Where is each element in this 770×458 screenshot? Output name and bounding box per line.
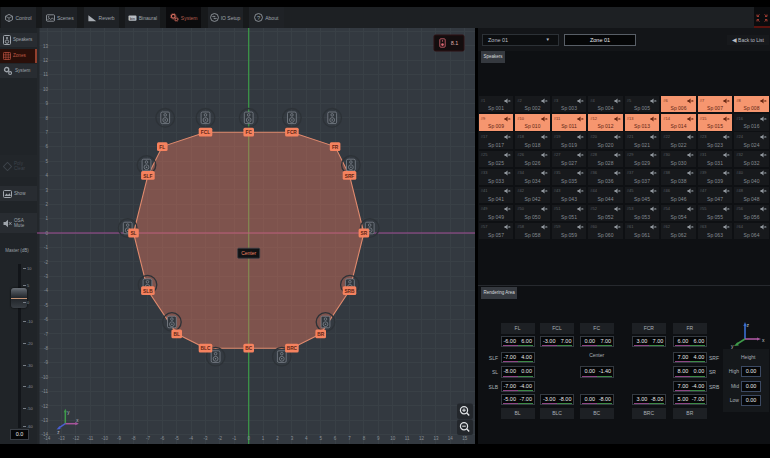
svg-text:-14: -14 — [44, 436, 51, 441]
svg-text:bin: bin — [130, 16, 135, 20]
svg-text:BR: BR — [317, 332, 324, 337]
svg-text:11: 11 — [405, 436, 410, 441]
svg-text:-4: -4 — [189, 436, 193, 441]
svg-text:-9: -9 — [44, 360, 48, 365]
svg-text:10: 10 — [390, 436, 396, 441]
svg-text:-3: -3 — [203, 436, 207, 441]
svg-text:SR: SR — [361, 231, 368, 236]
svg-text:-5: -5 — [44, 303, 48, 308]
svg-text:-2: -2 — [218, 436, 222, 441]
svg-text:-7: -7 — [44, 332, 48, 337]
svg-text:SRF: SRF — [345, 174, 355, 179]
svg-text:-9: -9 — [117, 436, 121, 441]
svg-text:15: 15 — [462, 436, 468, 441]
svg-text:SL: SL — [130, 231, 136, 236]
svg-text:11: 11 — [43, 72, 48, 77]
svg-text:-10: -10 — [101, 436, 108, 441]
svg-text:z: z — [747, 322, 750, 328]
svg-text:14: 14 — [448, 436, 454, 441]
svg-text:8.1: 8.1 — [451, 40, 459, 46]
svg-text:13: 13 — [43, 44, 49, 49]
svg-text:FCL: FCL — [201, 130, 210, 135]
svg-text:FL: FL — [159, 145, 165, 150]
svg-text:-11: -11 — [87, 436, 94, 441]
svg-text:12: 12 — [43, 58, 49, 63]
svg-text:BRC: BRC — [287, 346, 298, 351]
svg-text:-5: -5 — [175, 436, 179, 441]
svg-text:FCR: FCR — [287, 130, 297, 135]
svg-text:-6: -6 — [44, 317, 48, 322]
svg-text:FR: FR — [332, 145, 339, 150]
svg-text:-8: -8 — [131, 436, 135, 441]
svg-text:-1: -1 — [232, 436, 236, 441]
svg-text:-13: -13 — [58, 436, 65, 441]
svg-text:-8: -8 — [44, 346, 48, 351]
svg-text:-13: -13 — [41, 418, 48, 423]
svg-text:-11: -11 — [42, 389, 49, 394]
svg-text:-7: -7 — [146, 436, 150, 441]
svg-text:BL: BL — [173, 332, 179, 337]
svg-text:-12: -12 — [41, 404, 48, 409]
svg-text:?: ? — [257, 15, 260, 21]
svg-text:SLF: SLF — [143, 174, 152, 179]
svg-text:-12: -12 — [73, 436, 80, 441]
svg-text:Center: Center — [241, 250, 256, 256]
svg-text:SRB: SRB — [344, 289, 355, 294]
svg-text:10: 10 — [43, 87, 49, 92]
svg-text:-4: -4 — [44, 288, 48, 293]
svg-text:SLB: SLB — [143, 289, 153, 294]
svg-text:13: 13 — [433, 436, 439, 441]
svg-text:y: y — [731, 343, 734, 349]
svg-text:BC: BC — [245, 346, 252, 351]
svg-text:FC: FC — [245, 130, 252, 135]
svg-text:-3: -3 — [44, 274, 48, 279]
svg-text:-10: -10 — [41, 375, 48, 380]
svg-text:12: 12 — [419, 436, 425, 441]
svg-text:-6: -6 — [160, 436, 164, 441]
svg-text:-2: -2 — [44, 260, 48, 265]
svg-text:x: x — [762, 337, 765, 343]
svg-text:BLC: BLC — [201, 346, 211, 351]
svg-text:-1: -1 — [44, 245, 48, 250]
